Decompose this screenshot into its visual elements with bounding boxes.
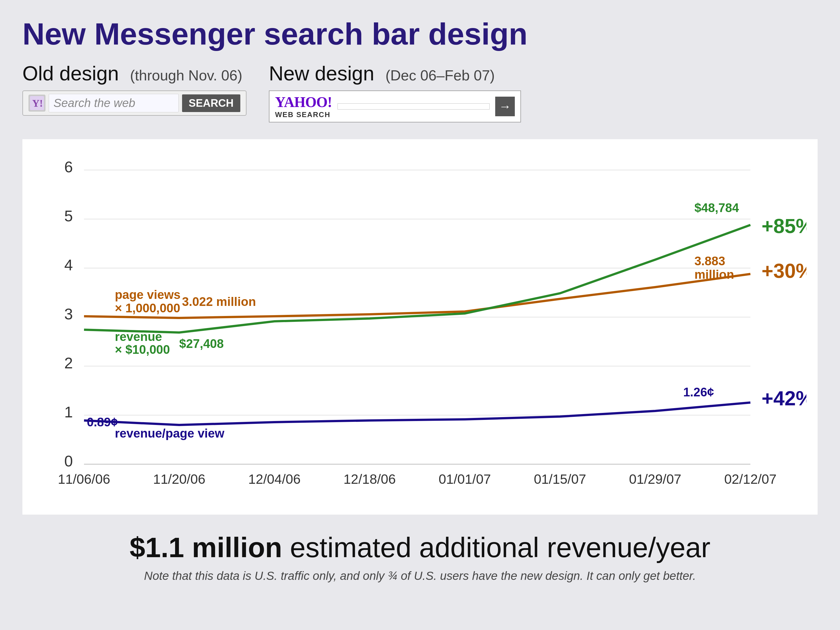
svg-text:11/20/06: 11/20/06 [153,472,205,486]
revenue-statement: $1.1 million estimated additional revenu… [22,531,818,564]
svg-text:+42%: +42% [761,387,806,409]
svg-text:01/29/07: 01/29/07 [629,472,682,486]
yahoo-logo-text: YAHOO! [275,94,332,111]
chart-svg: 6 5 4 3 2 1 0 11/06/06 11/20/06 12/04/06… [51,156,806,492]
svg-text:3: 3 [64,305,73,323]
svg-text:+30%: +30% [761,260,806,282]
svg-text:12/04/06: 12/04/06 [248,472,300,486]
bottom-section: $1.1 million estimated additional revenu… [22,531,818,583]
svg-text:$48,784: $48,784 [694,201,739,215]
new-search-button[interactable]: → [495,96,515,116]
old-search-button[interactable]: SEARCH [182,95,240,112]
revenue-line [84,225,750,333]
new-search-bar: YAHOO! WEB SEARCH → [269,90,521,122]
svg-text:3.883: 3.883 [694,254,725,268]
svg-text:5: 5 [64,207,73,225]
svg-text:page views: page views [115,288,181,302]
old-yahoo-icon: Y! [28,95,45,112]
svg-text:01/15/07: 01/15/07 [534,472,586,486]
old-search-bar: Y! Search the web SEARCH [22,90,246,116]
old-design-block: Old design (through Nov. 06) Y! Search t… [22,62,246,116]
chart-container: 6 5 4 3 2 1 0 11/06/06 11/20/06 12/04/06… [22,139,818,515]
old-search-input: Search the web [49,94,179,112]
svg-text:× $10,000: × $10,000 [115,343,170,356]
new-design-label: New design [269,62,374,85]
svg-text:0: 0 [64,452,73,470]
svg-text:million: million [694,267,734,281]
svg-text:12/18/06: 12/18/06 [343,472,396,486]
svg-text:6: 6 [64,158,73,176]
revenue-amount: $1.1 million [129,532,282,563]
svg-text:$27,408: $27,408 [179,337,224,351]
svg-text:1.26¢: 1.26¢ [683,385,714,399]
new-design-block: New design (Dec 06–Feb 07) YAHOO! WEB SE… [269,62,521,122]
svg-text:Y!: Y! [32,98,43,109]
svg-text:revenue/page view: revenue/page view [115,426,225,440]
svg-text:1: 1 [64,403,73,421]
old-design-period: (through Nov. 06) [130,67,242,84]
revenue-desc-text: estimated additional revenue/year [290,532,711,563]
revenue-per-pageview-line [84,403,750,425]
page-title: New Messenger search bar design [22,17,818,51]
svg-text:4: 4 [64,256,73,274]
svg-text:× 1,000,000: × 1,000,000 [115,301,180,315]
old-design-label: Old design [22,62,119,85]
svg-text:02/12/07: 02/12/07 [724,472,777,486]
new-search-input[interactable] [338,103,489,109]
yahoo-logo-block: YAHOO! WEB SEARCH [275,94,332,119]
svg-text:01/01/07: 01/01/07 [439,472,491,486]
footnote: Note that this data is U.S. traffic only… [22,569,818,583]
svg-text:3.022 million: 3.022 million [182,295,256,308]
yahoo-web-search-label: WEB SEARCH [275,111,330,119]
svg-text:revenue: revenue [115,330,162,343]
svg-text:2: 2 [64,354,73,372]
designs-comparison: Old design (through Nov. 06) Y! Search t… [22,62,818,122]
svg-text:+85%: +85% [761,215,806,237]
svg-text:11/06/06: 11/06/06 [58,472,111,486]
new-design-period: (Dec 06–Feb 07) [385,67,495,84]
svg-text:0.89¢: 0.89¢ [87,415,118,429]
chart-svg-wrapper: 6 5 4 3 2 1 0 11/06/06 11/20/06 12/04/06… [51,156,806,492]
